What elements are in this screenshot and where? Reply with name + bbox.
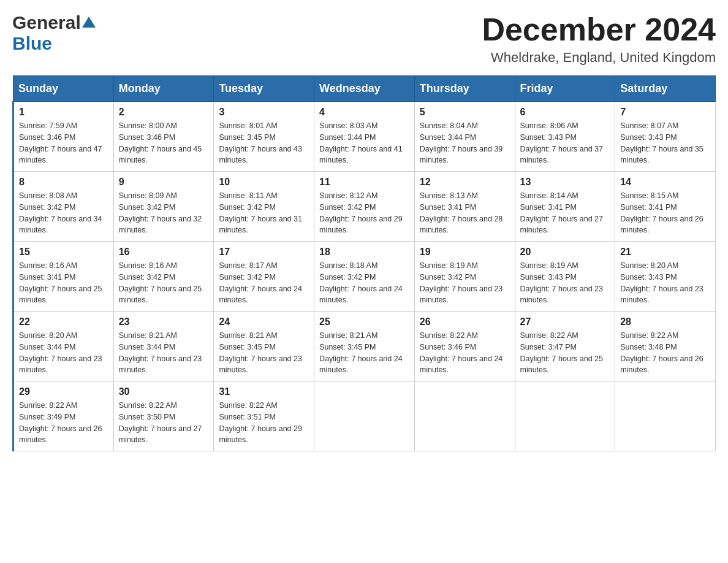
day-number: 29 [19,386,108,397]
day-cell-21: 21 Sunrise: 8:20 AMSunset: 3:43 PMDaylig… [615,242,716,312]
day-number: 30 [119,386,209,397]
day-info: Sunrise: 8:22 AMSunset: 3:46 PMDaylight:… [420,330,510,376]
day-info: Sunrise: 8:16 AMSunset: 3:42 PMDaylight:… [119,260,209,306]
day-cell-31: 31 Sunrise: 8:22 AMSunset: 3:51 PMDaylig… [214,381,314,451]
day-info: Sunrise: 8:22 AMSunset: 3:51 PMDaylight:… [219,400,309,446]
day-info: Sunrise: 8:04 AMSunset: 3:44 PMDaylight:… [420,120,510,166]
day-number: 26 [420,316,510,327]
logo-general-text: General [12,12,81,33]
day-number: 20 [520,247,610,258]
day-number: 2 [119,107,209,118]
day-number: 6 [520,107,610,118]
col-sunday: Sunday [13,76,114,102]
day-number: 10 [219,177,309,188]
day-number: 4 [319,107,409,118]
day-info: Sunrise: 8:22 AMSunset: 3:50 PMDaylight:… [119,400,209,446]
day-number: 28 [620,316,710,327]
day-number: 23 [119,316,209,327]
svg-marker-0 [82,17,96,28]
day-number: 14 [620,177,710,188]
day-cell-11: 11 Sunrise: 8:12 AMSunset: 3:42 PMDaylig… [314,172,415,242]
day-cell-29: 29 Sunrise: 8:22 AMSunset: 3:49 PMDaylig… [13,381,114,451]
day-cell-3: 3 Sunrise: 8:01 AMSunset: 3:45 PMDayligh… [214,102,314,172]
day-info: Sunrise: 8:18 AMSunset: 3:42 PMDaylight:… [319,260,409,306]
day-number: 16 [119,247,209,258]
day-cell-22: 22 Sunrise: 8:20 AMSunset: 3:44 PMDaylig… [13,312,114,381]
day-number: 3 [219,107,309,118]
day-info: Sunrise: 8:12 AMSunset: 3:42 PMDaylight:… [319,190,409,236]
day-info: Sunrise: 8:03 AMSunset: 3:44 PMDaylight:… [319,120,409,166]
day-number: 9 [119,177,209,188]
day-info: Sunrise: 8:21 AMSunset: 3:45 PMDaylight:… [219,330,309,376]
day-info: Sunrise: 8:14 AMSunset: 3:41 PMDaylight:… [520,190,610,236]
day-info: Sunrise: 8:21 AMSunset: 3:45 PMDaylight:… [319,330,409,376]
day-number: 12 [420,177,510,188]
day-cell-24: 24 Sunrise: 8:21 AMSunset: 3:45 PMDaylig… [214,312,314,381]
day-cell-2: 2 Sunrise: 8:00 AMSunset: 3:46 PMDayligh… [113,102,214,172]
day-info: Sunrise: 8:19 AMSunset: 3:43 PMDaylight:… [520,260,610,306]
day-info: Sunrise: 8:19 AMSunset: 3:42 PMDaylight:… [420,260,510,306]
day-info: Sunrise: 7:59 AMSunset: 3:46 PMDaylight:… [19,120,108,166]
day-info: Sunrise: 8:00 AMSunset: 3:46 PMDaylight:… [119,120,209,166]
title-section: December 2024 Wheldrake, England, United… [482,12,716,66]
day-cell-9: 9 Sunrise: 8:09 AMSunset: 3:42 PMDayligh… [113,172,214,242]
day-info: Sunrise: 8:22 AMSunset: 3:48 PMDaylight:… [620,330,710,376]
day-cell-30: 30 Sunrise: 8:22 AMSunset: 3:50 PMDaylig… [113,381,214,451]
day-number: 17 [219,247,309,258]
day-cell-14: 14 Sunrise: 8:15 AMSunset: 3:41 PMDaylig… [615,172,716,242]
day-cell-12: 12 Sunrise: 8:13 AMSunset: 3:41 PMDaylig… [414,172,515,242]
day-number: 24 [219,316,309,327]
col-wednesday: Wednesday [314,76,415,102]
day-cell-19: 19 Sunrise: 8:19 AMSunset: 3:42 PMDaylig… [414,242,515,312]
day-number: 8 [19,177,108,188]
day-cell-1: 1 Sunrise: 7:59 AMSunset: 3:46 PMDayligh… [13,102,114,172]
day-info: Sunrise: 8:16 AMSunset: 3:41 PMDaylight:… [19,260,108,306]
day-number: 21 [620,247,710,258]
day-info: Sunrise: 8:20 AMSunset: 3:43 PMDaylight:… [620,260,710,306]
day-cell-27: 27 Sunrise: 8:22 AMSunset: 3:47 PMDaylig… [515,312,615,381]
day-info: Sunrise: 8:06 AMSunset: 3:43 PMDaylight:… [520,120,610,166]
col-friday: Friday [515,76,615,102]
day-info: Sunrise: 8:11 AMSunset: 3:42 PMDaylight:… [219,190,309,236]
day-number: 19 [420,247,510,258]
week-row-3: 15 Sunrise: 8:16 AMSunset: 3:41 PMDaylig… [13,242,716,312]
day-cell-16: 16 Sunrise: 8:16 AMSunset: 3:42 PMDaylig… [113,242,214,312]
page-header: General Blue December 2024 Wheldrake, En… [12,12,716,66]
day-cell-20: 20 Sunrise: 8:19 AMSunset: 3:43 PMDaylig… [515,242,615,312]
day-info: Sunrise: 8:21 AMSunset: 3:44 PMDaylight:… [119,330,209,376]
day-cell-6: 6 Sunrise: 8:06 AMSunset: 3:43 PMDayligh… [515,102,615,172]
day-cell-17: 17 Sunrise: 8:17 AMSunset: 3:42 PMDaylig… [214,242,314,312]
day-number: 11 [319,177,409,188]
calendar-subtitle: Wheldrake, England, United Kingdom [482,50,716,66]
day-info: Sunrise: 8:22 AMSunset: 3:49 PMDaylight:… [19,400,108,446]
day-cell-18: 18 Sunrise: 8:18 AMSunset: 3:42 PMDaylig… [314,242,415,312]
day-cell-28: 28 Sunrise: 8:22 AMSunset: 3:48 PMDaylig… [615,312,716,381]
day-info: Sunrise: 8:08 AMSunset: 3:42 PMDaylight:… [19,190,108,236]
day-info: Sunrise: 8:01 AMSunset: 3:45 PMDaylight:… [219,120,309,166]
empty-cell [414,381,515,451]
calendar-title: December 2024 [482,12,716,47]
day-number: 1 [19,107,108,118]
day-number: 22 [19,316,108,327]
week-row-5: 29 Sunrise: 8:22 AMSunset: 3:49 PMDaylig… [13,381,716,451]
empty-cell [314,381,415,451]
day-cell-10: 10 Sunrise: 8:11 AMSunset: 3:42 PMDaylig… [214,172,314,242]
day-number: 31 [219,386,309,397]
col-monday: Monday [113,76,214,102]
calendar-header-row: Sunday Monday Tuesday Wednesday Thursday… [13,76,716,102]
day-info: Sunrise: 8:15 AMSunset: 3:41 PMDaylight:… [620,190,710,236]
logo-triangle-icon [82,15,96,29]
day-info: Sunrise: 8:07 AMSunset: 3:43 PMDaylight:… [620,120,710,166]
col-thursday: Thursday [414,76,515,102]
day-info: Sunrise: 8:09 AMSunset: 3:42 PMDaylight:… [119,190,209,236]
day-cell-4: 4 Sunrise: 8:03 AMSunset: 3:44 PMDayligh… [314,102,415,172]
day-number: 15 [19,247,108,258]
day-cell-8: 8 Sunrise: 8:08 AMSunset: 3:42 PMDayligh… [13,172,114,242]
day-cell-13: 13 Sunrise: 8:14 AMSunset: 3:41 PMDaylig… [515,172,615,242]
day-number: 18 [319,247,409,258]
logo: General Blue [12,12,97,54]
week-row-2: 8 Sunrise: 8:08 AMSunset: 3:42 PMDayligh… [13,172,716,242]
day-cell-5: 5 Sunrise: 8:04 AMSunset: 3:44 PMDayligh… [414,102,515,172]
day-cell-26: 26 Sunrise: 8:22 AMSunset: 3:46 PMDaylig… [414,312,515,381]
day-info: Sunrise: 8:22 AMSunset: 3:47 PMDaylight:… [520,330,610,376]
